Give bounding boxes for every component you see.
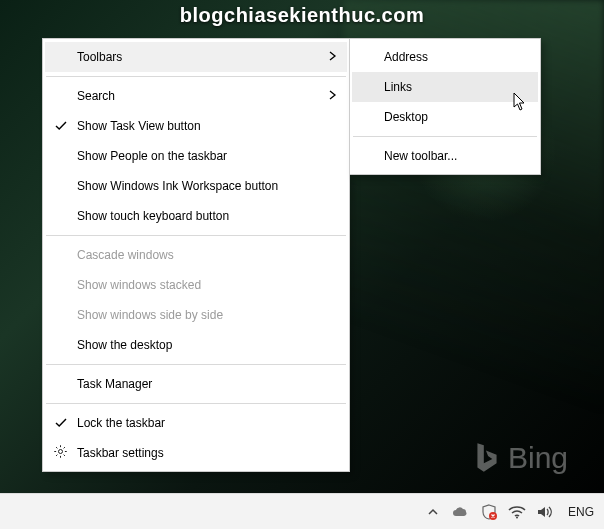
bing-icon	[474, 441, 500, 475]
check-icon	[54, 416, 68, 430]
watermark-text: blogchiasekienthuc.com	[180, 4, 424, 27]
tray-overflow-icon[interactable]	[424, 503, 442, 521]
svg-point-2	[516, 516, 518, 518]
menu-item-label: Address	[384, 50, 428, 64]
menu-item-label: Desktop	[384, 110, 428, 124]
onedrive-icon[interactable]	[452, 503, 470, 521]
submenu-item-links[interactable]: Links	[352, 72, 538, 102]
menu-item-label: New toolbar...	[384, 149, 457, 163]
menu-item-show-people[interactable]: Show People on the taskbar	[45, 141, 347, 171]
bing-logo: Bing	[474, 441, 568, 475]
menu-separator	[353, 136, 537, 137]
menu-item-label: Taskbar settings	[77, 446, 164, 460]
menu-item-label: Search	[77, 89, 115, 103]
svg-point-0	[59, 450, 63, 454]
taskbar-context-menu: Toolbars Search Show Task View button Sh…	[42, 38, 350, 472]
menu-item-cascade-windows: Cascade windows	[45, 240, 347, 270]
menu-item-task-manager[interactable]: Task Manager	[45, 369, 347, 399]
menu-item-taskbar-settings[interactable]: Taskbar settings	[45, 438, 347, 468]
menu-item-label: Task Manager	[77, 377, 152, 391]
system-tray: ENG	[424, 503, 598, 521]
menu-item-label: Show windows side by side	[77, 308, 223, 322]
menu-item-label: Show Windows Ink Workspace button	[77, 179, 278, 193]
taskbar[interactable]: ENG	[0, 493, 604, 529]
security-warning-icon[interactable]	[480, 503, 498, 521]
toolbars-submenu: Address Links Desktop New toolbar...	[349, 38, 541, 175]
menu-item-lock-taskbar[interactable]: Lock the taskbar	[45, 408, 347, 438]
menu-item-label: Lock the taskbar	[77, 416, 165, 430]
language-indicator[interactable]: ENG	[564, 505, 598, 519]
menu-separator	[46, 403, 346, 404]
menu-item-label: Cascade windows	[77, 248, 174, 262]
menu-separator	[46, 76, 346, 77]
bing-label: Bing	[508, 441, 568, 475]
menu-item-label: Links	[384, 80, 412, 94]
submenu-item-address[interactable]: Address	[352, 42, 538, 72]
menu-separator	[46, 364, 346, 365]
menu-item-label: Show People on the taskbar	[77, 149, 227, 163]
volume-icon[interactable]	[536, 503, 554, 521]
submenu-arrow-icon	[329, 50, 337, 64]
submenu-item-new-toolbar[interactable]: New toolbar...	[352, 141, 538, 171]
menu-item-side-by-side: Show windows side by side	[45, 300, 347, 330]
gear-icon	[53, 444, 68, 462]
submenu-item-desktop[interactable]: Desktop	[352, 102, 538, 132]
menu-separator	[46, 235, 346, 236]
menu-item-show-desktop[interactable]: Show the desktop	[45, 330, 347, 360]
menu-item-show-task-view[interactable]: Show Task View button	[45, 111, 347, 141]
wifi-icon[interactable]	[508, 503, 526, 521]
menu-item-label: Show Task View button	[77, 119, 201, 133]
menu-item-show-touch-keyboard[interactable]: Show touch keyboard button	[45, 201, 347, 231]
menu-item-search[interactable]: Search	[45, 81, 347, 111]
menu-item-show-ink[interactable]: Show Windows Ink Workspace button	[45, 171, 347, 201]
menu-item-label: Show touch keyboard button	[77, 209, 229, 223]
menu-item-label: Toolbars	[77, 50, 122, 64]
check-icon	[54, 119, 68, 133]
menu-item-label: Show windows stacked	[77, 278, 201, 292]
submenu-arrow-icon	[329, 89, 337, 103]
menu-item-stacked: Show windows stacked	[45, 270, 347, 300]
menu-item-label: Show the desktop	[77, 338, 172, 352]
menu-item-toolbars[interactable]: Toolbars	[45, 42, 347, 72]
